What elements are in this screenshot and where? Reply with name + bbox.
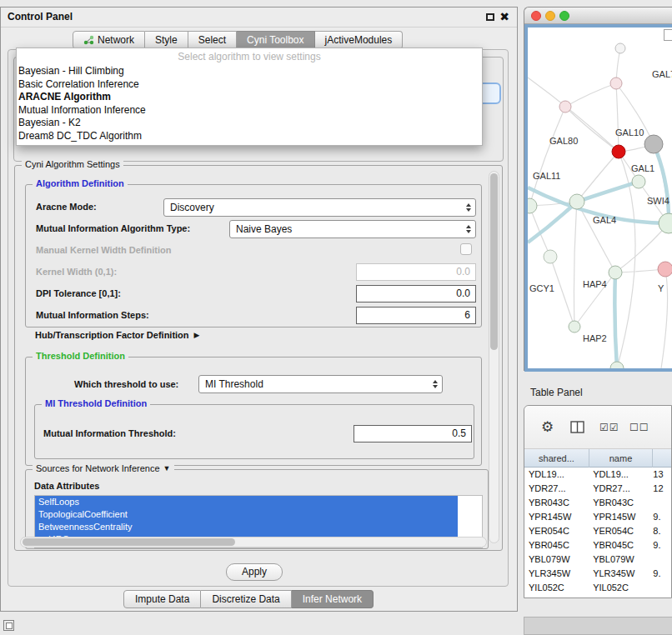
cell[interactable]: 13 (651, 468, 671, 482)
node[interactable] (615, 43, 625, 53)
cell[interactable]: YBR045C (589, 538, 651, 552)
close-window-icon[interactable]: ✖ (499, 10, 509, 23)
tab-impute-data[interactable]: Impute Data (123, 590, 201, 608)
node-gal4[interactable] (569, 194, 584, 209)
cell[interactable]: YDL19... (524, 468, 589, 482)
cell[interactable]: 12 (651, 482, 671, 496)
mi-threshold-input[interactable]: 0.5 (354, 425, 472, 442)
float-window-icon[interactable] (486, 13, 494, 21)
cell[interactable]: YBR043C (524, 496, 589, 510)
show-columns-icon[interactable] (570, 421, 584, 433)
node[interactable] (610, 362, 624, 368)
tab-infer-network[interactable]: Infer Network (292, 590, 374, 608)
cell[interactable]: 8. (651, 524, 671, 538)
cell[interactable]: YBR045C (524, 538, 589, 552)
hub-definition-section[interactable]: Hub/Transcription Factor Definition ▶ (35, 330, 199, 340)
cell[interactable]: YBR043C (589, 496, 651, 510)
collapse-down-icon[interactable]: ▼ (163, 464, 171, 472)
cell[interactable]: 9. (651, 510, 671, 524)
table-row[interactable]: YBL079WYBL079W (524, 552, 671, 567)
scrollbar-thumb[interactable] (23, 538, 235, 546)
node[interactable] (559, 101, 571, 112)
cell[interactable]: YPR145W (524, 510, 589, 524)
node-hap4[interactable] (609, 266, 622, 279)
cell[interactable] (651, 581, 671, 595)
dpi-tolerance-input[interactable]: 0.0 (356, 285, 476, 302)
sources-legend[interactable]: Sources for Network Inference ▼ (33, 463, 174, 473)
tab-discretize-data[interactable]: Discretize Data (201, 590, 291, 608)
popup-option-dream8[interactable]: Dream8 DC_TDC Algorithm (17, 130, 482, 143)
mi-type-combo[interactable]: Naive Bayes (229, 220, 476, 238)
cell[interactable]: 9. (651, 567, 671, 581)
aracne-mode-combo[interactable]: Discovery (163, 198, 476, 217)
tab-jactivemodules[interactable]: jActiveModules (315, 31, 404, 49)
cell[interactable]: YER054C (524, 524, 589, 538)
table-row[interactable]: YDL19...YDL19...13 (524, 468, 671, 482)
popup-option-mutual-information[interactable]: Mutual Information Inference (17, 104, 482, 118)
cell[interactable]: YDR27... (524, 482, 589, 496)
apply-button[interactable]: Apply (226, 563, 283, 581)
minimize-traffic-light-icon[interactable] (545, 11, 555, 21)
node-pink[interactable] (658, 262, 672, 277)
node[interactable] (544, 250, 557, 263)
deselect-all-rows-icon[interactable]: ☐☐ (629, 422, 649, 433)
cell[interactable]: YIL052C (589, 581, 651, 595)
cell[interactable]: YLR345W (589, 567, 651, 581)
cell[interactable]: YLR345W (524, 567, 589, 581)
node-label: GAL4 (593, 215, 616, 225)
close-traffic-light-icon[interactable] (531, 11, 541, 21)
popup-option-bayesian-k2[interactable]: Bayesian - K2 (17, 117, 482, 130)
list-item-selfloops[interactable]: SelfLoops (35, 496, 458, 508)
kernel-width-input[interactable]: 0.0 (356, 263, 476, 281)
table-row[interactable]: YDR27...YDR27...12 (524, 482, 671, 496)
network-window-titlebar[interactable] (524, 8, 672, 24)
list-item-betweennesscentrality[interactable]: BetweennessCentrality (35, 521, 458, 533)
node-swi4[interactable] (659, 213, 672, 233)
table-row[interactable]: YPR145WYPR145W9. (524, 510, 671, 524)
expand-right-icon[interactable]: ▶ (194, 331, 200, 339)
tab-cyni-toolbox[interactable]: Cyni Toolbox (237, 31, 314, 49)
mi-steps-input[interactable]: 6 (356, 307, 476, 324)
select-all-rows-icon[interactable]: ☑☑ (599, 422, 619, 433)
cell[interactable]: YDR27... (589, 482, 651, 496)
cell[interactable]: YBL079W (589, 552, 651, 567)
table-row[interactable]: YBR043CYBR043C (524, 496, 671, 510)
node-gal2[interactable] (644, 135, 663, 153)
cell[interactable] (651, 496, 671, 510)
table-row[interactable]: YIL052CYIL052C (524, 581, 671, 595)
restore-panel-icon[interactable] (3, 620, 14, 631)
manual-kernel-checkbox[interactable] (460, 243, 472, 255)
scrollbar-thumb[interactable] (490, 173, 498, 350)
tab-select[interactable]: Select (188, 31, 237, 49)
network-canvas[interactable]: GAL7 GAL80 GAL10 GAL11 GAL1 SWI4 GAL4 GC… (524, 24, 672, 372)
cell[interactable]: YBL079W (524, 552, 589, 567)
node-gal10[interactable] (612, 145, 625, 158)
cell[interactable]: 9. (651, 538, 671, 552)
node-hap2[interactable] (569, 321, 580, 332)
cell[interactable]: YPR145W (589, 510, 651, 524)
cell[interactable] (651, 552, 671, 567)
cell[interactable]: YDL19... (589, 468, 651, 482)
tab-network[interactable]: Network (73, 31, 145, 49)
popup-option-aracne[interactable]: ARACNE Algorithm (17, 91, 482, 104)
which-threshold-combo[interactable]: MI Threshold (198, 375, 443, 393)
column-header-partial[interactable] (653, 449, 671, 468)
zoom-traffic-light-icon[interactable] (559, 11, 569, 21)
popup-option-basic-correlation[interactable]: Basic Correlation Inference (17, 78, 482, 92)
table-row[interactable]: YBR045CYBR045C9. (524, 538, 671, 552)
node[interactable] (528, 198, 537, 213)
cell[interactable]: YER054C (589, 524, 651, 538)
column-header-name[interactable]: name (589, 449, 653, 468)
popup-option-bayesian-hill-climbing[interactable]: Bayesian - Hill Climbing (17, 65, 482, 78)
table-settings-gear-icon[interactable]: ⚙ (541, 418, 554, 436)
tab-style[interactable]: Style (145, 31, 188, 49)
settings-horizontal-scrollbar[interactable] (20, 537, 487, 548)
table-row[interactable]: YLR345WYLR345W9. (524, 567, 671, 581)
table-row[interactable]: YER054CYER054C8. (524, 524, 671, 538)
cell[interactable]: YIL052C (524, 581, 589, 595)
node[interactable] (610, 78, 622, 89)
settings-vertical-scrollbar[interactable] (489, 171, 499, 543)
list-item-topologicalcoefficient[interactable]: TopologicalCoefficient (35, 508, 458, 521)
node-gal1[interactable] (632, 175, 645, 188)
column-header-shared-name[interactable]: shared... (524, 449, 589, 468)
